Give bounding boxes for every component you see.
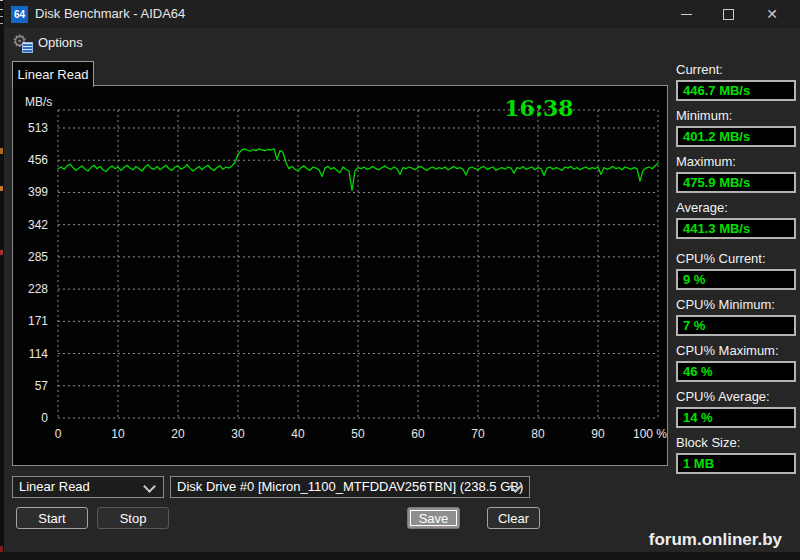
stat-label: CPU% Current: — [676, 251, 796, 266]
stat-label: Block Size: — [676, 435, 796, 450]
stat-label: Current: — [676, 62, 796, 77]
svg-text:30: 30 — [231, 427, 245, 441]
stat-group: CPU% Current:9 % — [676, 251, 796, 290]
svg-text:16:38: 16:38 — [504, 95, 573, 121]
tab-linear-read[interactable]: Linear Read — [12, 61, 94, 87]
svg-text:50: 50 — [351, 427, 365, 441]
svg-text:20: 20 — [171, 427, 185, 441]
menu-options[interactable]: ⚙ Options — [12, 30, 94, 54]
stat-value-box: 441.3 MB/s — [676, 218, 796, 239]
benchmark-type-value: Linear Read — [19, 479, 90, 494]
start-button[interactable]: Start — [16, 507, 88, 529]
stats-panel: Current:446.7 MB/sMinimum:401.2 MB/sMaxi… — [676, 62, 796, 481]
stat-group: Minimum:401.2 MB/s — [676, 108, 796, 147]
options-label: Options — [38, 35, 83, 50]
stat-group: CPU% Minimum:7 % — [676, 297, 796, 336]
maximize-button[interactable] — [712, 3, 744, 25]
stat-value-box: 46 % — [676, 361, 796, 382]
background-bottom-edge — [0, 552, 800, 560]
stat-group: Current:446.7 MB/s — [676, 62, 796, 101]
svg-text:456: 456 — [28, 153, 48, 167]
benchmark-line-chart: 0571141712282853423994565130102030405060… — [13, 86, 667, 465]
minimize-button[interactable] — [670, 3, 702, 25]
svg-text:0: 0 — [41, 411, 48, 425]
svg-text:0: 0 — [55, 427, 62, 441]
close-icon: ✕ — [766, 6, 778, 22]
stat-group: CPU% Maximum:46 % — [676, 343, 796, 382]
forum-watermark: forum.onliner.by — [649, 530, 782, 550]
stat-value-box: 1 MB — [676, 453, 796, 474]
benchmark-chart-panel: 0571141712282853423994565130102030405060… — [12, 85, 668, 466]
svg-text:60: 60 — [411, 427, 425, 441]
stat-value-box: 475.9 MB/s — [676, 172, 796, 193]
window-title: Disk Benchmark - AIDA64 — [35, 6, 185, 21]
aida64-app-icon: 64 — [11, 6, 28, 23]
stat-label: CPU% Average: — [676, 389, 796, 404]
stat-label: Minimum: — [676, 108, 796, 123]
stat-value-box: 9 % — [676, 269, 796, 290]
svg-text:MB/s: MB/s — [25, 95, 52, 109]
save-button[interactable]: Save — [407, 507, 460, 529]
stop-button[interactable]: Stop — [97, 507, 169, 529]
title-bar[interactable]: 64 Disk Benchmark - AIDA64 ✕ — [4, 0, 800, 28]
stat-group: Maximum:475.9 MB/s — [676, 154, 796, 193]
svg-text:40: 40 — [291, 427, 305, 441]
stat-value-box: 7 % — [676, 315, 796, 336]
svg-text:399: 399 — [28, 185, 48, 199]
stat-group: CPU% Average:14 % — [676, 389, 796, 428]
options-gear-icon: ⚙ — [12, 32, 32, 52]
disk-drive-select[interactable]: Disk Drive #0 [Micron_1100_MTFDDAV256TBN… — [170, 476, 530, 498]
svg-text:342: 342 — [28, 218, 48, 232]
clear-button[interactable]: Clear — [487, 507, 540, 529]
minimize-icon — [681, 14, 692, 15]
svg-text:90: 90 — [591, 427, 605, 441]
stat-label: Maximum: — [676, 154, 796, 169]
stat-label: Average: — [676, 200, 796, 215]
stat-group: Block Size:1 MB — [676, 435, 796, 474]
stat-value-box: 446.7 MB/s — [676, 80, 796, 101]
stat-label: CPU% Maximum: — [676, 343, 796, 358]
chevron-down-icon — [143, 480, 156, 493]
svg-text:70: 70 — [471, 427, 485, 441]
svg-text:100 %: 100 % — [633, 427, 667, 441]
svg-text:114: 114 — [29, 347, 48, 361]
maximize-icon — [723, 9, 734, 20]
stat-label: CPU% Minimum: — [676, 297, 796, 312]
stat-group: Average:441.3 MB/s — [676, 200, 796, 239]
disk-drive-value: Disk Drive #0 [Micron_1100_MTFDDAV256TBN… — [177, 479, 523, 494]
svg-text:285: 285 — [28, 250, 48, 264]
aida64-disk-benchmark-window: 64 Disk Benchmark - AIDA64 ✕ ⚙ Options L… — [4, 0, 800, 552]
svg-text:513: 513 — [28, 121, 48, 135]
svg-text:10: 10 — [111, 427, 125, 441]
stat-value-box: 401.2 MB/s — [676, 126, 796, 147]
benchmark-type-select[interactable]: Linear Read — [12, 476, 164, 498]
screen: 64 Disk Benchmark - AIDA64 ✕ ⚙ Options L… — [0, 0, 800, 560]
svg-text:171: 171 — [28, 314, 48, 328]
svg-text:228: 228 — [28, 282, 48, 296]
svg-text:80: 80 — [531, 427, 545, 441]
svg-text:57: 57 — [35, 379, 49, 393]
close-button[interactable]: ✕ — [756, 3, 788, 25]
stat-value-box: 14 % — [676, 407, 796, 428]
